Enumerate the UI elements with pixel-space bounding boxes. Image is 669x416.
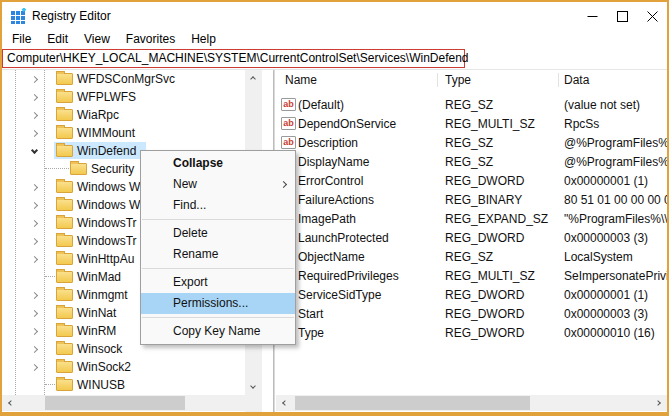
address-bar[interactable]: Computer\HKEY_LOCAL_MACHINE\SYSTEM\Curre… — [2, 48, 667, 70]
registry-value-row[interactable]: 011TypeREG_DWORD0x00000010 (16) — [276, 324, 667, 343]
menu-separator — [142, 219, 294, 220]
context-item-copy-key-name[interactable]: Copy Key Name — [141, 321, 295, 342]
registry-value-row[interactable]: abDescriptionREG_SZ@%ProgramFiles%\ — [276, 134, 667, 153]
tree-item-wfdsconmgrsvc[interactable]: WFDSConMgrSvc — [2, 70, 256, 88]
registry-value-row[interactable]: abDisplayNameREG_SZ@%ProgramFiles%\ — [276, 153, 667, 172]
list-header: Name Type Data — [276, 70, 667, 90]
value-name: FailureActions — [298, 193, 435, 207]
chevron-down-icon — [250, 383, 256, 389]
registry-value-row[interactable]: ab(Default)REG_SZ(value not set) — [276, 96, 667, 115]
tree-item-wfplwfs[interactable]: WFPLWFS — [2, 88, 256, 106]
scroll-up-button[interactable] — [245, 70, 261, 86]
menu-view[interactable]: View — [76, 30, 118, 48]
folder-icon — [56, 181, 73, 193]
tree-item-label: WinDefend — [77, 144, 136, 158]
chevron-right-icon[interactable] — [29, 92, 40, 103]
chevron-right-icon[interactable] — [29, 344, 40, 355]
registry-value-row[interactable]: 011StartREG_DWORD0x00000003 (3) — [276, 305, 667, 324]
tree-item-label: WFDSConMgrSvc — [77, 72, 175, 86]
folder-icon — [56, 343, 73, 355]
registry-value-row[interactable]: abRequiredPrivilegesREG_MULTI_SZSeImpers… — [276, 267, 667, 286]
value-type: REG_EXPAND_SZ — [445, 212, 556, 226]
chevron-glyph — [31, 220, 38, 227]
context-item-permissions[interactable]: Permissions... — [141, 293, 295, 314]
column-separator[interactable] — [558, 73, 559, 87]
chevron-right-icon[interactable] — [29, 200, 40, 211]
chevron-down-icon[interactable] — [29, 146, 40, 157]
scrollbar-thumb[interactable] — [295, 396, 530, 410]
chevron-glyph — [31, 238, 38, 245]
tree-item-label: WinNat — [77, 306, 116, 320]
tree-branch-line — [45, 168, 69, 169]
scroll-down-button[interactable] — [245, 379, 261, 395]
chevron-right-icon[interactable] — [29, 218, 40, 229]
tree-item-label: WinHttpAu — [77, 252, 134, 266]
tree-item-label: WiaRpc — [77, 108, 119, 122]
chevron-right-icon[interactable] — [29, 128, 40, 139]
column-header-type[interactable]: Type — [445, 73, 471, 87]
registry-value-row[interactable]: abDependOnServiceREG_MULTI_SZRpcSs — [276, 115, 667, 134]
value-name: DependOnService — [298, 117, 435, 131]
column-separator[interactable] — [437, 73, 438, 87]
folder-icon — [56, 235, 73, 247]
column-header-data[interactable]: Data — [564, 73, 589, 87]
folder-icon — [56, 379, 73, 391]
value-name: ServiceSidType — [298, 288, 435, 302]
chevron-glyph — [31, 147, 38, 154]
value-name: Type — [298, 326, 435, 340]
tree-item-wimmount[interactable]: WIMMount — [2, 124, 256, 142]
context-item-new[interactable]: New — [141, 174, 295, 195]
context-item-delete[interactable]: Delete — [141, 223, 295, 244]
value-type: REG_DWORD — [445, 231, 556, 245]
chevron-right-icon[interactable] — [29, 182, 40, 193]
tree-item-winusb[interactable]: WINUSB — [2, 376, 256, 394]
value-data: SeImpersonatePrivi — [564, 269, 667, 283]
menu-edit[interactable]: Edit — [39, 30, 76, 48]
scrollbar-thumb[interactable] — [45, 396, 185, 410]
chevron-right-icon[interactable] — [29, 110, 40, 121]
scrollbar-corner — [245, 395, 262, 412]
registry-value-row[interactable]: 011LaunchProtectedREG_DWORD0x00000003 (3… — [276, 229, 667, 248]
values-pane: Name Type Data ab(Default)REG_SZ(value n… — [276, 70, 667, 412]
menu-file[interactable]: File — [4, 30, 39, 48]
registry-value-row[interactable]: abImagePathREG_EXPAND_SZ"%ProgramFiles%\… — [276, 210, 667, 229]
chevron-glyph — [31, 292, 38, 299]
context-item-find[interactable]: Find... — [141, 195, 295, 216]
context-item-label: Permissions... — [173, 296, 248, 310]
value-data: @%ProgramFiles%\ — [564, 136, 667, 150]
tree-item-wiarpc[interactable]: WiaRpc — [2, 106, 256, 124]
chevron-right-icon[interactable] — [29, 254, 40, 265]
chevron-right-icon[interactable] — [29, 290, 40, 301]
context-item-export[interactable]: Export — [141, 272, 295, 293]
value-data: 0x00000003 (3) — [564, 231, 667, 245]
context-item-label: Copy Key Name — [173, 324, 260, 338]
string-value-icon: ab — [281, 117, 296, 130]
value-type: REG_DWORD — [445, 288, 556, 302]
scroll-right-button[interactable] — [651, 395, 667, 411]
chevron-right-icon[interactable] — [29, 362, 40, 373]
context-item-collapse[interactable]: Collapse — [141, 153, 295, 174]
tree-item-winsock2[interactable]: WinSock2 — [2, 358, 256, 376]
chevron-right-icon[interactable] — [29, 308, 40, 319]
chevron-right-icon[interactable] — [29, 236, 40, 247]
column-header-name[interactable]: Name — [285, 73, 317, 87]
chevron-up-icon — [250, 76, 256, 82]
context-item-rename[interactable]: Rename — [141, 244, 295, 265]
registry-value-row[interactable]: 011ServiceSidTypeREG_DWORD0x00000001 (1) — [276, 286, 667, 305]
maximize-button[interactable] — [607, 2, 637, 30]
scroll-left-button[interactable] — [2, 395, 18, 411]
chevron-right-icon[interactable] — [29, 74, 40, 85]
list-horizontal-scrollbar[interactable] — [276, 395, 667, 411]
minimize-button[interactable] — [577, 2, 607, 30]
chevron-right-icon[interactable] — [29, 326, 40, 337]
registry-value-row[interactable]: abObjectNameREG_SZLocalSystem — [276, 248, 667, 267]
close-button[interactable] — [637, 2, 667, 30]
registry-value-row[interactable]: 011ErrorControlREG_DWORD0x00000001 (1) — [276, 172, 667, 191]
scroll-left-button[interactable] — [276, 395, 292, 411]
chevron-glyph — [31, 184, 38, 191]
tree-horizontal-scrollbar[interactable] — [2, 395, 262, 411]
registry-value-row[interactable]: 011FailureActionsREG_BINARY80 51 01 00 0… — [276, 191, 667, 210]
menu-favorites[interactable]: Favorites — [118, 30, 183, 48]
chevron-glyph — [31, 94, 38, 101]
menu-help[interactable]: Help — [183, 30, 224, 48]
